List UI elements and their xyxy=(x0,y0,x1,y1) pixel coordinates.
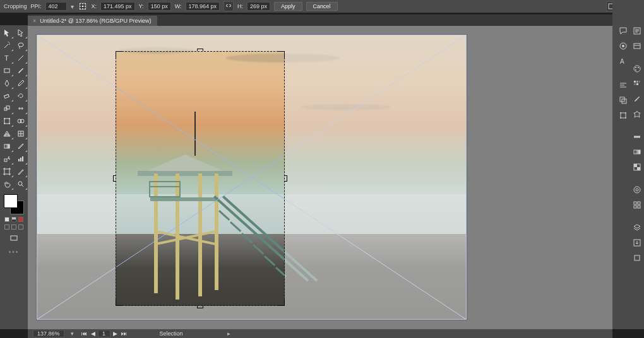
x-field[interactable]: 171.495 px xyxy=(100,2,135,11)
y-field[interactable]: 150 px xyxy=(148,2,171,11)
link-wh-icon[interactable] xyxy=(224,1,234,11)
status-more-icon[interactable]: ▸ xyxy=(227,330,230,337)
draw-normal-icon[interactable] xyxy=(4,224,9,230)
tab-close-icon[interactable]: × xyxy=(33,18,36,24)
gradient-panel-icon[interactable] xyxy=(631,146,643,158)
crop-handle-tr[interactable] xyxy=(278,51,285,57)
fill-stroke-swatch[interactable] xyxy=(4,194,24,214)
graphic-styles-icon[interactable] xyxy=(631,199,643,211)
artboard-number[interactable]: 1 xyxy=(98,330,110,337)
svg-point-3 xyxy=(85,3,86,4)
color-guide-icon[interactable] xyxy=(617,40,629,52)
color-mode-solid[interactable] xyxy=(4,217,9,222)
brushes-icon[interactable] xyxy=(631,93,643,105)
color-mode-gradient[interactable] xyxy=(11,217,16,222)
stroke-icon[interactable] xyxy=(631,131,643,143)
pathfinder-icon[interactable] xyxy=(617,95,629,106)
color-icon[interactable] xyxy=(631,63,643,74)
fill-swatch[interactable] xyxy=(4,194,18,208)
artboards-panel-icon[interactable] xyxy=(631,252,643,264)
eyedropper-tool[interactable] xyxy=(14,140,28,153)
free-transform-tool[interactable] xyxy=(0,115,14,127)
symbol-sprayer-tool[interactable] xyxy=(0,153,14,165)
crop-handle-br[interactable] xyxy=(278,300,285,306)
svg-point-56 xyxy=(635,69,636,71)
artboard[interactable] xyxy=(37,35,467,320)
cancel-button[interactable]: Cancel xyxy=(306,2,338,11)
transparency-icon[interactable] xyxy=(631,161,643,173)
svg-point-43 xyxy=(622,45,624,47)
artboard-tool[interactable] xyxy=(0,165,14,178)
eraser-tool[interactable] xyxy=(0,90,14,102)
gradient-tool[interactable] xyxy=(0,140,14,153)
crop-handle-r[interactable] xyxy=(285,175,287,182)
type-tool[interactable]: T xyxy=(0,52,14,64)
svg-rect-70 xyxy=(634,206,636,208)
zoom-dropdown-icon[interactable]: ▾ xyxy=(71,330,74,337)
line-segment-tool[interactable] xyxy=(14,52,28,64)
crop-marquee[interactable] xyxy=(116,51,285,306)
document-tab[interactable]: × Untitled-2* @ 137.86% (RGB/GPU Preview… xyxy=(28,16,157,26)
transform-icon[interactable] xyxy=(617,110,629,121)
column-graph-tool[interactable] xyxy=(14,153,28,165)
control-bar: Cropping PPI: 402 ▾ X: 171.495 px Y: 150… xyxy=(0,0,644,13)
slice-tool[interactable] xyxy=(14,165,28,178)
h-field[interactable]: 269 px xyxy=(247,2,270,11)
pen-tool[interactable] xyxy=(0,77,14,90)
layers-icon[interactable] xyxy=(631,222,643,233)
asset-export-icon[interactable] xyxy=(631,237,643,248)
w-field[interactable]: 178.964 px xyxy=(186,2,220,11)
svg-point-23 xyxy=(4,118,5,119)
perspective-grid-tool[interactable] xyxy=(0,127,14,140)
color-mode-none[interactable] xyxy=(18,217,23,222)
hand-tool[interactable] xyxy=(0,178,14,190)
properties-icon[interactable] xyxy=(631,25,643,37)
magic-wand-tool[interactable] xyxy=(0,39,14,52)
canvas-area[interactable] xyxy=(28,26,612,329)
svg-point-55 xyxy=(638,67,639,68)
ppi-field[interactable]: 402 xyxy=(45,2,67,11)
crop-handle-b[interactable] xyxy=(197,306,203,308)
paintbrush-tool[interactable] xyxy=(14,64,28,77)
svg-point-4 xyxy=(80,6,81,7)
artboard-first-icon[interactable]: ⏮ xyxy=(80,330,88,337)
lasso-tool[interactable] xyxy=(14,39,28,52)
edit-toolbar-icon[interactable]: ••• xyxy=(9,248,20,255)
artboard-last-icon[interactable]: ⏭ xyxy=(120,330,128,337)
reference-point-icon[interactable] xyxy=(78,1,88,11)
appearance-icon[interactable] xyxy=(631,184,643,195)
crop-handle-t[interactable] xyxy=(197,49,203,51)
svg-rect-18 xyxy=(4,69,9,73)
symbols-icon[interactable] xyxy=(631,108,643,120)
rotate-tool[interactable] xyxy=(14,90,28,102)
comments-icon[interactable] xyxy=(617,25,629,37)
libraries-icon[interactable] xyxy=(631,40,643,52)
svg-rect-58 xyxy=(636,81,638,83)
rectangle-tool[interactable] xyxy=(0,64,14,77)
mesh-tool[interactable] xyxy=(14,127,28,140)
crop-handle-l[interactable] xyxy=(113,175,116,182)
zoom-tool[interactable] xyxy=(14,178,28,190)
color-mode-row xyxy=(4,217,23,222)
ppi-dropdown-icon[interactable]: ▾ xyxy=(71,3,74,10)
artboard-prev-icon[interactable]: ◀ xyxy=(90,330,97,337)
width-tool[interactable] xyxy=(14,102,28,115)
shape-builder-tool[interactable] xyxy=(14,115,28,127)
crop-handle-tl[interactable] xyxy=(116,51,122,57)
crop-handle-bl[interactable] xyxy=(116,300,122,306)
screen-mode-icon[interactable] xyxy=(7,232,21,245)
zoom-field[interactable]: 137.86% xyxy=(33,330,64,337)
right-panel-strip-inner xyxy=(631,25,643,264)
artboard-next-icon[interactable]: ▶ xyxy=(112,330,119,337)
char-styles-icon[interactable]: A xyxy=(617,55,629,67)
pencil-tool[interactable] xyxy=(14,77,28,90)
draw-inside-icon[interactable] xyxy=(18,224,23,230)
scale-tool[interactable] xyxy=(0,102,14,115)
svg-text:T: T xyxy=(4,54,9,62)
swatches-icon[interactable] xyxy=(631,78,643,90)
selection-tool[interactable] xyxy=(0,26,14,39)
align-icon[interactable] xyxy=(617,79,629,91)
direct-selection-tool[interactable] xyxy=(14,26,28,39)
draw-behind-icon[interactable] xyxy=(11,224,16,230)
apply-button[interactable]: Apply xyxy=(274,2,302,11)
